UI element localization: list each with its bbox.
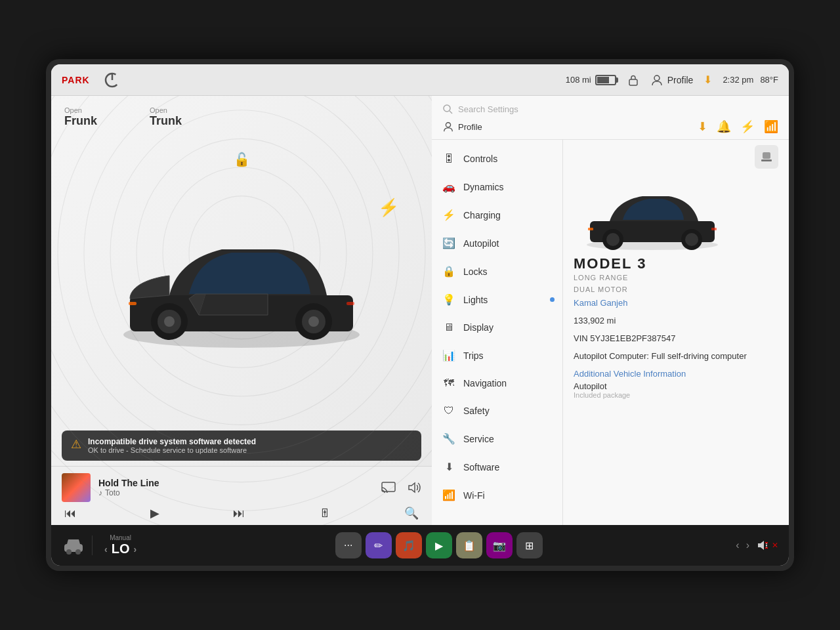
- taskbar-apps: ···✏🎵▶📋📷⊞: [335, 532, 543, 558]
- additional-info-link[interactable]: Additional Vehicle Information: [574, 369, 686, 379]
- profile-icon: [650, 74, 663, 87]
- profile-button[interactable]: Profile: [650, 74, 694, 87]
- current-time: 2:32 pm: [723, 75, 753, 85]
- taskbar-app-pen[interactable]: ✏: [366, 532, 392, 558]
- taskbar-left: Manual ‹ LO ›: [62, 534, 142, 557]
- display-menu-label: Display: [463, 322, 494, 333]
- lights-menu-icon: 💡: [442, 293, 455, 306]
- download-header-icon[interactable]: ⬇: [698, 119, 707, 134]
- svg-point-27: [446, 123, 450, 127]
- volume-icon: [756, 539, 769, 552]
- svg-point-40: [75, 549, 81, 555]
- svg-rect-23: [382, 482, 395, 492]
- menu-item-locks[interactable]: 🔒Locks: [432, 257, 562, 285]
- taskbar-app-camera[interactable]: 📷: [486, 532, 513, 558]
- left-chevron-button[interactable]: ‹: [736, 539, 739, 551]
- menu-item-trips[interactable]: 📊Trips: [432, 341, 562, 369]
- car-render-small: [574, 174, 731, 253]
- cast-icon[interactable]: [381, 480, 396, 495]
- svg-point-25: [444, 105, 450, 112]
- svg-rect-28: [761, 159, 772, 161]
- music-player: Hold The Line ♪ Toto: [51, 466, 432, 525]
- wifi-menu-icon: 📶: [442, 489, 455, 501]
- frunk-name: Frunk: [64, 114, 97, 128]
- svg-marker-41: [758, 541, 764, 550]
- frunk-open-text: Open: [64, 106, 97, 114]
- dynamics-menu-icon: 🚗: [442, 180, 455, 193]
- speaker-icon[interactable]: [406, 480, 421, 495]
- screen: PARK 108 mi: [51, 64, 789, 566]
- menu-item-software[interactable]: ⬇Software: [432, 453, 562, 481]
- charging-menu-label: Charging: [463, 210, 501, 220]
- autopilot-section: Autopilot Included package: [574, 381, 778, 399]
- taskbar-app-more[interactable]: ···: [335, 532, 362, 558]
- vin-value: VIN 5YJ3E1EB2PF387547: [574, 333, 675, 343]
- taskbar-app-notes[interactable]: 📋: [456, 532, 482, 558]
- frunk-label: Open Frunk: [64, 106, 97, 128]
- download-icon-status: ⬇: [704, 74, 712, 86]
- car-icon[interactable]: [62, 534, 85, 557]
- service-menu-icon: 🔧: [442, 432, 455, 445]
- prev-track-button[interactable]: ⏮: [64, 507, 76, 520]
- status-bar: PARK 108 mi: [51, 64, 789, 96]
- menu-item-lights[interactable]: 💡Lights: [432, 285, 562, 314]
- music-controls: ⏮ ▶ ⏭ 🎚 🔍: [62, 506, 421, 520]
- autopilot-title: Autopilot: [574, 381, 778, 391]
- menu-item-autopilot[interactable]: 🔄Autopilot: [432, 229, 562, 257]
- svg-rect-2: [629, 79, 637, 85]
- taskbar-app-media[interactable]: ▶: [426, 532, 452, 558]
- taskbar-app-grid[interactable]: ⊞: [516, 532, 543, 558]
- fan-prev-button[interactable]: ‹: [104, 544, 108, 555]
- lock-icon: [627, 74, 640, 87]
- owner-name[interactable]: Kamal Ganjeh: [574, 298, 778, 308]
- navigation-menu-label: Navigation: [463, 378, 507, 388]
- right-chevron-button[interactable]: ›: [746, 539, 749, 551]
- menu-item-service[interactable]: 🔧Service: [432, 425, 562, 453]
- menu-item-wifi[interactable]: 📶Wi-Fi: [432, 481, 562, 509]
- svg-rect-29: [763, 152, 770, 159]
- menu-item-navigation[interactable]: 🗺Navigation: [432, 369, 562, 397]
- profile-header-icon: [442, 121, 454, 133]
- music-info: Hold The Line ♪ Toto: [98, 478, 373, 497]
- power-icon[interactable]: [103, 71, 121, 89]
- fan-next-button[interactable]: ›: [133, 544, 136, 555]
- artist-label: Toto: [105, 488, 120, 497]
- autopilot-subtitle: Included package: [574, 391, 778, 399]
- svg-point-39: [66, 549, 72, 555]
- search-row: Search Settings: [442, 104, 778, 114]
- play-button[interactable]: ▶: [150, 506, 159, 520]
- search-icon: [442, 104, 453, 114]
- equalizer-icon[interactable]: 🎚: [319, 507, 331, 520]
- settings-content: 🎛Controls🚗Dynamics⚡Charging🔄Autopilot🔒Lo…: [432, 140, 789, 525]
- menu-item-dynamics[interactable]: 🚗Dynamics: [432, 173, 562, 201]
- time-temperature: 2:32 pm 88°F: [723, 75, 778, 85]
- svg-point-35: [685, 233, 698, 246]
- bluetooth-icon[interactable]: ⚡: [740, 119, 755, 134]
- edit-icon: [761, 151, 772, 163]
- next-track-button[interactable]: ⏭: [233, 507, 245, 520]
- taskbar-app-audio[interactable]: 🎵: [396, 532, 422, 558]
- status-center: 108 mi Profile ⬇: [566, 74, 778, 87]
- trunk-open-text: Open: [150, 106, 182, 114]
- search-music-button[interactable]: 🔍: [404, 506, 419, 520]
- signal-icon[interactable]: 📶: [764, 119, 778, 134]
- menu-item-display[interactable]: 🖥Display: [432, 314, 562, 341]
- profile-header-button[interactable]: Profile: [442, 121, 482, 133]
- search-placeholder: Search Settings: [458, 104, 518, 114]
- svg-marker-24: [409, 483, 415, 492]
- search-bar[interactable]: Search Settings: [442, 104, 518, 114]
- bell-icon[interactable]: 🔔: [717, 119, 731, 134]
- autopilot-computer-value: Autopilot Computer: Full self-driving co…: [574, 351, 747, 361]
- menu-item-controls[interactable]: 🎛Controls: [432, 145, 562, 173]
- trunk-label: Open Trunk: [150, 106, 182, 128]
- dynamics-menu-label: Dynamics: [463, 182, 503, 192]
- controls-menu-icon: 🎛: [442, 153, 455, 165]
- edit-button[interactable]: [755, 145, 778, 169]
- fan-mode-label: Manual: [110, 534, 131, 541]
- menu-item-safety[interactable]: 🛡Safety: [432, 397, 562, 425]
- volume-control[interactable]: ✕: [756, 539, 778, 552]
- autopilot-computer-row: Autopilot Computer: Full self-driving co…: [574, 351, 778, 361]
- menu-item-charging[interactable]: ⚡Charging: [432, 201, 562, 229]
- album-art: [62, 473, 91, 502]
- car-image: [104, 197, 379, 368]
